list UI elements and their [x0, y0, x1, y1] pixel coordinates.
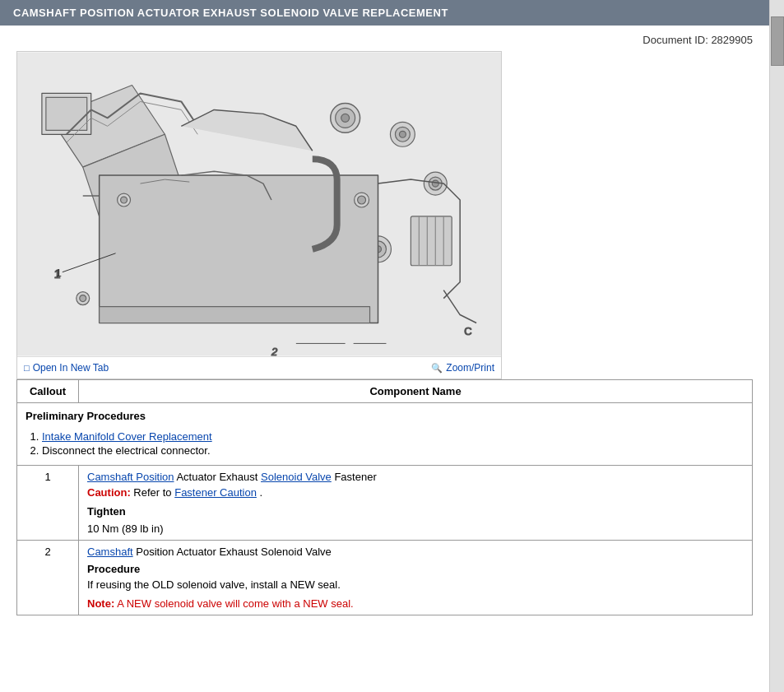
component-cell-2: Camshaft Position Actuator Exhaust Solen…: [79, 541, 753, 615]
component-cell-1: Camshaft Position Actuator Exhaust Solen…: [79, 466, 753, 541]
page-header: CAMSHAFT POSITION ACTUATOR EXHAUST SOLEN…: [0, 0, 769, 26]
prelim-item-1: Intake Manifold Cover Replacement: [42, 430, 744, 443]
svg-point-7: [341, 114, 350, 122]
prelim-content-row: Intake Manifold Cover Replacement Discon…: [17, 425, 753, 466]
col-component-header: Component Name: [79, 380, 753, 403]
svg-text:C: C: [464, 325, 471, 337]
prelim-content-cell: Intake Manifold Cover Replacement Discon…: [17, 425, 753, 466]
note-line-2: Note: A NEW solenoid valve will come wit…: [87, 597, 744, 610]
open-in-new-tab-link[interactable]: □ Open In New Tab: [24, 362, 109, 374]
fastener-caution-link[interactable]: Fastener Caution: [174, 486, 257, 499]
svg-point-30: [121, 197, 128, 203]
camshaft-position-link-1[interactable]: Camshaft Position: [87, 471, 174, 483]
tighten-label-1: Tighten: [87, 505, 744, 518]
engine-diagram: 1 2: [17, 52, 501, 356]
table-row-2: 2 Camshaft Position Actuator Exhaust Sol…: [17, 541, 753, 615]
scrollbar-thumb[interactable]: [771, 16, 784, 66]
callout-cell-2: 2: [17, 541, 79, 615]
solenoid-valve-link-1[interactable]: Solenoid Valve: [261, 471, 332, 483]
table-header-row: Callout Component Name: [17, 380, 753, 403]
procedure-label-2: Procedure: [87, 563, 744, 575]
svg-point-34: [80, 295, 86, 302]
component-line-2: Camshaft Position Actuator Exhaust Solen…: [87, 546, 744, 558]
scrollbar[interactable]: [769, 0, 784, 692]
zoom-print-link[interactable]: 🔍 Zoom/Print: [431, 362, 494, 374]
table-row-1: 1 Camshaft Position Actuator Exhaust Sol…: [17, 466, 753, 541]
svg-rect-4: [46, 97, 87, 130]
col-callout-header: Callout: [17, 380, 79, 403]
new-tab-icon: □: [24, 363, 30, 373]
intake-manifold-link[interactable]: Intake Manifold Cover Replacement: [42, 430, 212, 443]
svg-rect-38: [411, 216, 452, 266]
svg-point-32: [358, 196, 366, 204]
caution-line-1: Caution: Refer to Fastener Caution .: [87, 486, 744, 499]
note-text-2: A NEW solenoid valve will come with a NE…: [117, 597, 354, 610]
svg-text:2: 2: [271, 346, 277, 356]
document-id: Document ID: 2829905: [0, 26, 769, 51]
svg-text:1: 1: [56, 267, 62, 279]
camshaft-link-2[interactable]: Camshaft: [87, 546, 133, 558]
note-label-2: Note:: [87, 597, 114, 610]
svg-point-13: [432, 180, 438, 187]
prelim-item-2: Disconnect the electrical connector.: [42, 444, 744, 457]
prelim-header-row: Preliminary Procedures: [17, 403, 753, 426]
diagram-container: 1 2: [16, 51, 502, 379]
procedure-text-2: If reusing the OLD solenoid valve, insta…: [87, 578, 744, 591]
component-line-1: Camshaft Position Actuator Exhaust Solen…: [87, 471, 744, 483]
zoom-icon: 🔍: [431, 363, 443, 374]
prelim-header-cell: Preliminary Procedures: [17, 403, 753, 426]
tighten-value-1: 10 Nm (89 lb in): [87, 522, 744, 535]
svg-point-10: [399, 131, 406, 137]
caution-label-1: Caution:: [87, 486, 131, 499]
procedure-table: Callout Component Name Preliminary Proce…: [16, 379, 753, 615]
callout-cell-1: 1: [17, 466, 79, 541]
image-links-bar: □ Open In New Tab 🔍 Zoom/Print: [17, 356, 501, 379]
